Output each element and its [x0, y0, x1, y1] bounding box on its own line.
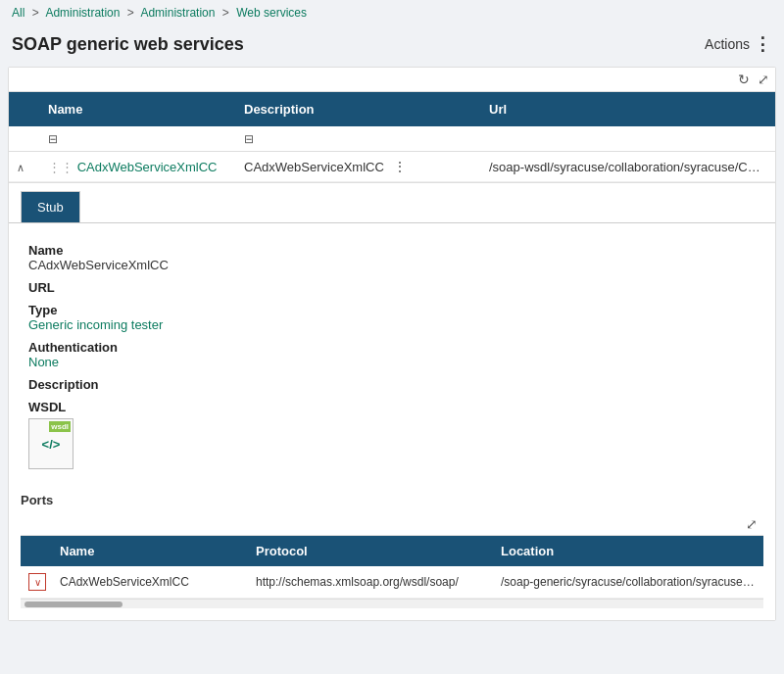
field-name-value: CAdxWebServiceXmlCC	[28, 258, 756, 272]
ports-row-location-cell: /soap-generic/syracuse/collaboration/syr…	[493, 568, 763, 596]
breadcrumb-sep3: >	[222, 6, 229, 20]
filter-chevron-cell	[9, 126, 40, 151]
ports-row-chevron-icon[interactable]: ∨	[28, 573, 46, 591]
horizontal-scrollbar[interactable]	[21, 599, 763, 608]
breadcrumb: All > Administration > Administration > …	[0, 0, 784, 25]
filter-name-icon[interactable]: ⊟	[48, 132, 58, 146]
ports-row-chevron-cell: ∨	[21, 566, 52, 598]
ports-section: Ports ⤢ Name Protocol Location ∨ CAdxWeb…	[9, 485, 775, 608]
row-url-text: /soap-wsdl/syracuse/collaboration/syracu…	[489, 160, 775, 174]
col-description: Description	[236, 92, 481, 126]
row-description-cell: CAdxWebServiceXmlCC ⋮	[236, 152, 481, 181]
row-name-cell: ⋮⋮ CAdxWebServiceXmlCC	[40, 153, 236, 181]
field-url: URL	[28, 280, 756, 295]
ports-row-name-text: CAdxWebServiceXmlCC	[60, 575, 189, 589]
field-auth-value: None	[28, 355, 756, 369]
refresh-icon[interactable]: ↻	[738, 72, 750, 87]
wsdl-file-tag: wsdl	[49, 421, 71, 432]
filter-row: ⊟ ⊟	[9, 126, 775, 152]
ports-expand-icon[interactable]: ⤢	[746, 516, 758, 532]
breadcrumb-all[interactable]: All	[12, 6, 24, 20]
actions-button[interactable]: Actions ⋮	[705, 33, 772, 55]
row-description-text: CAdxWebServiceXmlCC	[244, 160, 384, 174]
row-name-link[interactable]: CAdxWebServiceXmlCC	[77, 160, 218, 174]
ports-row-protocol-cell: http://schemas.xmlsoap.org/wsdl/soap/	[248, 568, 493, 596]
detail-content: Name CAdxWebServiceXmlCC URL Type Generi…	[9, 235, 775, 485]
ports-table-row: ∨ CAdxWebServiceXmlCC http://schemas.xml…	[21, 566, 763, 599]
field-url-label: URL	[28, 280, 756, 295]
drag-icon: ⋮⋮	[48, 160, 74, 174]
col-chevron	[9, 92, 40, 126]
breadcrumb-webservices[interactable]: Web services	[236, 6, 307, 20]
ports-row-name-cell: CAdxWebServiceXmlCC	[52, 568, 248, 596]
field-type: Type Generic incoming tester	[28, 303, 756, 332]
filter-url-cell	[481, 126, 775, 151]
actions-label: Actions	[705, 36, 750, 52]
wsdl-file-icon[interactable]: wsdl </>	[28, 418, 74, 469]
ports-col-location: Location	[493, 536, 763, 566]
ports-col-protocol: Protocol	[248, 536, 493, 566]
field-type-value: Generic incoming tester	[28, 317, 756, 332]
field-wsdl: WSDL wsdl </>	[28, 400, 756, 469]
toolbar-row: ↻ ⤢	[9, 68, 775, 92]
field-auth-label: Authentication	[28, 340, 756, 355]
field-authentication: Authentication None	[28, 340, 756, 369]
row-dots-icon[interactable]: ⋮	[393, 159, 407, 174]
breadcrumb-sep2: >	[127, 6, 134, 20]
scroll-thumb[interactable]	[24, 602, 122, 607]
ports-table-header: Name Protocol Location	[21, 536, 763, 566]
breadcrumb-admin1[interactable]: Administration	[45, 6, 120, 20]
filter-description-icon[interactable]: ⊟	[244, 132, 254, 146]
detail-panel: Stub Name CAdxWebServiceXmlCC URL Type G…	[9, 182, 775, 620]
table-row: ∧ ⋮⋮ CAdxWebServiceXmlCC CAdxWebServiceX…	[9, 152, 775, 182]
actions-dots-icon: ⋮	[754, 33, 772, 55]
row-expand-cell: ∧	[9, 153, 40, 181]
page-title: SOAP generic web services	[12, 34, 244, 55]
field-type-label: Type	[28, 303, 756, 317]
field-name: Name CAdxWebServiceXmlCC	[28, 243, 756, 272]
wsdl-code-text: </>	[42, 437, 61, 452]
breadcrumb-admin2[interactable]: Administration	[140, 6, 215, 20]
field-description: Description	[28, 377, 756, 392]
field-name-label: Name	[28, 243, 756, 258]
tab-stub[interactable]: Stub	[21, 191, 80, 222]
ports-col-name: Name	[52, 536, 248, 566]
table-header: Name Description Url	[9, 92, 775, 126]
tabs-bar: Stub	[9, 183, 775, 223]
ports-row-location-text: /soap-generic/syracuse/collaboration/syr…	[501, 575, 763, 589]
page-header: SOAP generic web services Actions ⋮	[0, 25, 784, 67]
main-container: ↻ ⤢ Name Description Url ⊟ ⊟ ∧ ⋮⋮ CAdxWe…	[8, 67, 776, 621]
filter-name-cell: ⊟	[40, 126, 236, 151]
row-chevron-icon[interactable]: ∧	[17, 162, 24, 173]
filter-description-cell: ⊟	[236, 126, 481, 151]
breadcrumb-sep1: >	[32, 6, 39, 20]
row-url-cell: /soap-wsdl/syracuse/collaboration/syracu…	[481, 153, 775, 181]
ports-row-protocol-text: http://schemas.xmlsoap.org/wsdl/soap/	[256, 575, 459, 589]
ports-toolbar: ⤢	[21, 513, 763, 536]
field-wsdl-label: WSDL	[28, 400, 756, 414]
field-desc-label: Description	[28, 377, 756, 392]
col-url: Url	[481, 92, 775, 126]
ports-col-chevron	[21, 536, 52, 566]
col-name: Name	[40, 92, 236, 126]
ports-label: Ports	[21, 493, 763, 507]
expand-icon[interactable]: ⤢	[758, 72, 769, 87]
